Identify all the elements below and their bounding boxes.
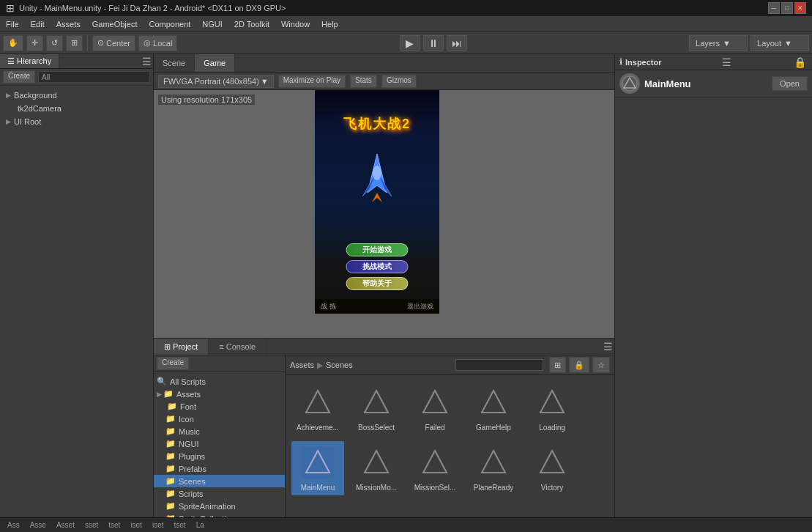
layout-dropdown[interactable]: Layout ▼ bbox=[750, 35, 809, 51]
inspector-open-btn[interactable]: Open bbox=[772, 76, 808, 91]
minimize-button[interactable]: ─ bbox=[768, 2, 780, 14]
menu-file[interactable]: File bbox=[0, 16, 25, 32]
inspector-menu-btn[interactable]: ☰ bbox=[720, 56, 733, 68]
menu-window[interactable]: Window bbox=[275, 16, 316, 32]
console-tab[interactable]: ≡ Console bbox=[209, 339, 267, 355]
maximize-button[interactable]: □ bbox=[781, 2, 793, 14]
game-tab[interactable]: Game bbox=[195, 54, 235, 72]
menu-2dtoolkit[interactable]: 2D Toolkit bbox=[228, 16, 275, 32]
stats-btn[interactable]: Stats bbox=[350, 75, 377, 88]
ptree-all-scripts[interactable]: 🔍 All Scripts bbox=[154, 375, 285, 388]
asset-item-missionsel[interactable]: MissionSel... bbox=[409, 441, 461, 495]
tool-hand[interactable]: ✋ bbox=[3, 35, 23, 51]
window-controls: ─ □ ✕ bbox=[768, 2, 806, 14]
play-button[interactable]: ▶ bbox=[400, 35, 420, 51]
app: ⊞ Unity - MainMenu.unity - Fei Ji Da Zha… bbox=[0, 0, 812, 532]
game-toolbar: FWVGA Portrait (480x854) ▼ Maximize on P… bbox=[154, 73, 614, 90]
asset-item-achieveme[interactable]: Achieveme... bbox=[291, 381, 344, 435]
menu-component[interactable]: Component bbox=[143, 16, 196, 32]
chevron-down-icon: ▼ bbox=[723, 39, 731, 48]
breadcrumb-scenes[interactable]: Scenes bbox=[326, 361, 353, 369]
asset-label: GameHelp bbox=[476, 424, 511, 432]
hierarchy-tab-bar: ☰ Hierarchy ☰ bbox=[0, 54, 153, 69]
status-tset2[interactable]: tset bbox=[171, 521, 189, 529]
breadcrumb-assets[interactable]: Assets bbox=[290, 361, 314, 369]
pause-button[interactable]: ⏸ bbox=[423, 35, 444, 51]
bottom-panel-menu-btn[interactable]: ☰ bbox=[602, 341, 614, 352]
project-right-toolbar: Assets ▶ Scenes ⊞ 🔒 ☆ bbox=[286, 355, 614, 375]
assets-star-btn[interactable]: ☆ bbox=[592, 357, 610, 373]
asset-item-mainmenu[interactable]: MainMenu bbox=[291, 441, 344, 495]
ptree-scripts[interactable]: 📁 Scripts bbox=[154, 487, 285, 500]
project-tab[interactable]: ⊞ Project bbox=[154, 339, 209, 355]
ptree-icon[interactable]: 📁 Icon bbox=[154, 413, 285, 425]
assets-filter-btn[interactable]: ⊞ bbox=[549, 357, 566, 373]
asset-item-planeready[interactable]: PlaneReady bbox=[467, 441, 520, 495]
ptree-prefabs[interactable]: 📁 Prefabs bbox=[154, 462, 285, 475]
status-iset2[interactable]: iset bbox=[149, 521, 167, 529]
tool-rotate[interactable]: ↺ bbox=[46, 35, 63, 51]
ptree-plugins[interactable]: 📁 Plugins bbox=[154, 450, 285, 462]
ptree-sprite-collection[interactable]: 📁 SpriteCollection bbox=[154, 512, 285, 517]
project-tree: 🔍 All Scripts ▶ 📁 Assets 📁 bbox=[154, 372, 285, 517]
asset-label: Achieveme... bbox=[297, 424, 339, 432]
ptree-sprite-anim[interactable]: 📁 SpriteAnimation bbox=[154, 500, 285, 512]
asset-item-failed[interactable]: Failed bbox=[409, 381, 461, 435]
search-icon: 🔍 bbox=[157, 377, 167, 386]
layers-dropdown[interactable]: Layers ▼ bbox=[689, 35, 748, 51]
local-toggle[interactable]: ◎ Local bbox=[138, 35, 177, 51]
project-right-panel: Assets ▶ Scenes ⊞ 🔒 ☆ bbox=[286, 355, 614, 517]
status-tset[interactable]: tset bbox=[105, 521, 123, 529]
ptree-music[interactable]: 📁 Music bbox=[154, 425, 285, 437]
expand-arrow: ▶ bbox=[157, 391, 162, 398]
hierarchy-item-background[interactable]: ▶ Background bbox=[0, 89, 153, 102]
gizmos-btn[interactable]: Gizmos bbox=[381, 75, 417, 88]
menu-edit[interactable]: Edit bbox=[25, 16, 51, 32]
menu-gameobject[interactable]: GameObject bbox=[86, 16, 144, 32]
bottom-tabs: ⊞ Project ≡ Console ☰ bbox=[154, 339, 614, 355]
center-toggle[interactable]: ⊙ Center bbox=[92, 35, 135, 51]
ptree-font[interactable]: 📁 Font bbox=[154, 400, 285, 413]
hierarchy-search[interactable]: All bbox=[38, 71, 150, 83]
maximize-on-play-btn[interactable]: Maximize on Play bbox=[278, 75, 346, 88]
project-create-btn[interactable]: Create bbox=[157, 357, 189, 370]
step-button[interactable]: ⏭ bbox=[447, 35, 467, 51]
status-sset[interactable]: sset bbox=[82, 521, 101, 529]
asset-item-missionmo[interactable]: MissionMo... bbox=[350, 441, 403, 495]
ptree-scenes[interactable]: 📁 Scenes bbox=[154, 475, 285, 487]
ptree-ngui[interactable]: 📁 NGUI bbox=[154, 437, 285, 450]
title-bar: ⊞ Unity - MainMenu.unity - Fei Ji Da Zha… bbox=[0, 0, 812, 16]
status-assets[interactable]: Ass bbox=[4, 521, 23, 529]
ptree-assets[interactable]: ▶ 📁 Assets bbox=[154, 388, 285, 400]
inspector-lock-btn[interactable]: 🔒 bbox=[792, 56, 808, 68]
asset-item-victory[interactable]: Victory bbox=[526, 441, 578, 495]
scene-tab[interactable]: Scene bbox=[154, 54, 195, 72]
status-iset[interactable]: iset bbox=[127, 521, 145, 529]
menu-help[interactable]: Help bbox=[316, 16, 344, 32]
expand-arrow: ▶ bbox=[6, 118, 11, 125]
assets-search-input[interactable] bbox=[455, 359, 543, 371]
project-left-panel: Create 🔍 All Scripts ▶ 📁 Assets bbox=[154, 355, 286, 517]
tool-move[interactable]: ✛ bbox=[26, 35, 43, 51]
status-la[interactable]: La bbox=[193, 521, 207, 529]
hierarchy-menu-btn[interactable]: ☰ bbox=[141, 54, 153, 68]
status-asse[interactable]: Asse bbox=[27, 521, 49, 529]
asset-item-gamehelp[interactable]: GameHelp bbox=[467, 381, 520, 435]
content-area: ☰ Hierarchy ☰ Create All ▶ Background bbox=[0, 54, 812, 517]
tool-scale[interactable]: ⊞ bbox=[66, 35, 83, 51]
hierarchy-create-btn[interactable]: Create bbox=[3, 70, 35, 84]
status-asset[interactable]: Asset bbox=[53, 521, 78, 529]
menu-bar: File Edit Assets GameObject Component NG… bbox=[0, 16, 812, 32]
folder-icon: 📁 bbox=[165, 451, 176, 461]
asset-item-bossselect[interactable]: BossSelect bbox=[350, 381, 403, 435]
asset-label: Victory bbox=[541, 484, 563, 492]
assets-lock-btn[interactable]: 🔒 bbox=[569, 357, 589, 373]
menu-ngui[interactable]: NGUI bbox=[196, 16, 228, 32]
menu-assets[interactable]: Assets bbox=[51, 16, 86, 32]
asset-item-loading[interactable]: Loading bbox=[526, 381, 578, 435]
hierarchy-item-uiroot[interactable]: ▶ UI Root bbox=[0, 115, 153, 128]
hierarchy-tab[interactable]: ☰ Hierarchy bbox=[0, 54, 59, 68]
close-button[interactable]: ✕ bbox=[794, 2, 806, 14]
hierarchy-item-tk2dcamera[interactable]: tk2dCamera bbox=[0, 102, 153, 115]
resolution-dropdown[interactable]: FWVGA Portrait (480x854) ▼ bbox=[158, 75, 274, 88]
